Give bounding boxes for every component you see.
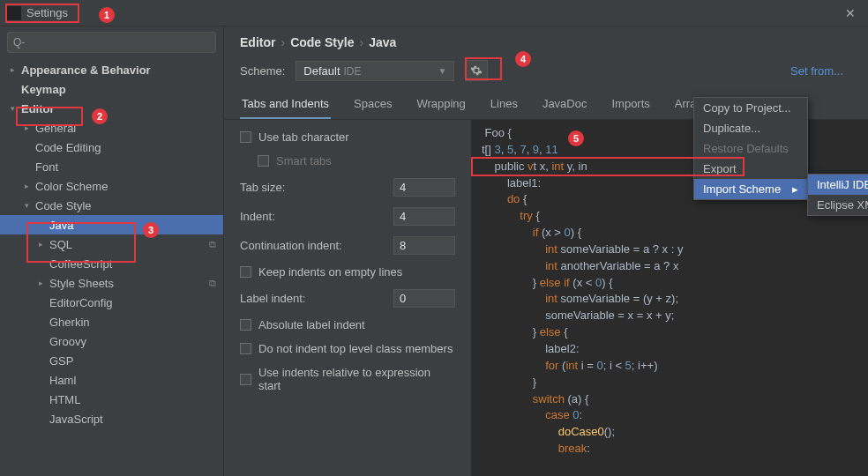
options-panel: Use tab character Smart tabs Tab size: I… [224, 120, 471, 476]
tree-groovy[interactable]: Groovy [0, 331, 223, 351]
indent-label: Indent: [240, 210, 275, 223]
copy-icon: ⧉ [209, 239, 216, 250]
tree-appearance[interactable]: Appearance & Behavior [0, 60, 223, 79]
tree-keymap[interactable]: Keymap [0, 79, 223, 99]
tree-code-editing[interactable]: Code Editing [0, 138, 223, 157]
tree-font[interactable]: Font [0, 157, 223, 176]
search-placeholder: Q- [13, 36, 25, 48]
breadcrumb: Editor›Code Style›Java [224, 26, 868, 55]
opt-keep-indents[interactable]: Keep indents on empty lines [240, 265, 455, 279]
tree-editor[interactable]: Editor [0, 99, 223, 118]
tab-javadoc[interactable]: JavaDoc [541, 90, 589, 119]
tree-style-sheets[interactable]: Style Sheets⧉ [0, 273, 223, 293]
tree-javascript[interactable]: JavaScript [0, 409, 223, 428]
gear-icon [470, 64, 483, 77]
tab-imports[interactable]: Imports [610, 90, 651, 119]
tree-java[interactable]: Java [0, 215, 223, 234]
set-from-link[interactable]: Set from... [790, 64, 843, 78]
copy-icon: ⧉ [209, 278, 216, 289]
opt-smart-tabs: Smart tabs [258, 154, 455, 167]
import-submenu: IntelliJ IDEA code style XML Eclipse XML… [807, 174, 868, 216]
gear-button[interactable] [465, 60, 488, 81]
tab-size-label: Tab size: [240, 181, 285, 194]
settings-tree: Appearance & Behavior Keymap Editor Gene… [0, 58, 223, 476]
cont-indent-input[interactable] [393, 236, 455, 255]
menu-import-scheme[interactable]: Import Scheme▸ [694, 179, 807, 199]
opt-no-top[interactable]: Do not indent top level class members [240, 342, 455, 355]
label-indent-label: Label indent: [240, 292, 305, 305]
search-input[interactable]: Q- [7, 32, 216, 53]
tree-color-scheme[interactable]: Color Scheme [0, 176, 223, 196]
tab-tabs-indents[interactable]: Tabs and Indents [240, 90, 331, 119]
tab-spaces[interactable]: Spaces [352, 90, 393, 119]
main-panel: Editor›Code Style›Java Scheme: DefaultID… [224, 26, 868, 476]
tree-code-style[interactable]: Code Style [0, 196, 223, 215]
menu-copy-project[interactable]: Copy to Project... [694, 98, 807, 118]
opt-rel-expr[interactable]: Use indents relative to expression start [240, 366, 455, 392]
tab-size-input[interactable] [393, 178, 455, 197]
close-icon[interactable]: ✕ [840, 4, 861, 22]
titlebar: Settings ✕ [0, 0, 868, 26]
tree-sql[interactable]: SQL⧉ [0, 234, 223, 254]
menu-restore: Restore Defaults [694, 138, 807, 159]
gear-menu: Copy to Project... Duplicate... Restore … [693, 97, 808, 200]
tree-coffee[interactable]: CoffeeScript [0, 254, 223, 273]
chevron-right-icon: ▸ [792, 182, 798, 196]
app-icon [7, 6, 21, 20]
tab-wrapping[interactable]: Wrapping [415, 90, 467, 119]
menu-duplicate[interactable]: Duplicate... [694, 118, 807, 138]
cont-indent-label: Continuation indent: [240, 239, 342, 252]
tab-lines[interactable]: Lines [489, 90, 520, 119]
indent-input[interactable] [393, 207, 455, 226]
tree-html[interactable]: HTML [0, 390, 223, 409]
scheme-label: Scheme: [240, 64, 285, 78]
tree-gsp[interactable]: GSP [0, 351, 223, 370]
tree-gherkin[interactable]: Gherkin [0, 312, 223, 331]
window-title: Settings [26, 6, 68, 19]
opt-use-tab[interactable]: Use tab character [240, 130, 455, 144]
menu-export[interactable]: Export [694, 159, 807, 179]
tree-editorconfig[interactable]: EditorConfig [0, 293, 223, 312]
chevron-down-icon: ▼ [438, 66, 446, 76]
sidebar: Q- Appearance & Behavior Keymap Editor G… [0, 26, 224, 476]
tree-haml[interactable]: Haml [0, 370, 223, 390]
submenu-eclipse-xml[interactable]: Eclipse XML Profile [808, 195, 868, 215]
scheme-select[interactable]: DefaultIDE ▼ [296, 61, 454, 81]
submenu-intellij-xml[interactable]: IntelliJ IDEA code style XML [808, 175, 868, 195]
opt-abs-label[interactable]: Absolute label indent [240, 318, 455, 331]
label-indent-input[interactable] [393, 289, 455, 308]
tree-general[interactable]: General [0, 118, 223, 138]
